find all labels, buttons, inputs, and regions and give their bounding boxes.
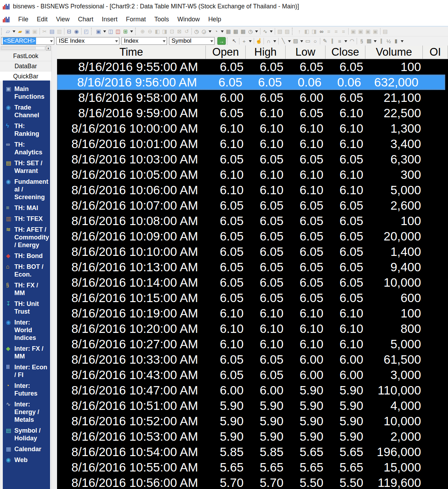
menu-item[interactable]: View (52, 14, 74, 24)
find-icon[interactable]: ∞ (318, 28, 325, 35)
trendline-caret[interactable] (287, 37, 292, 45)
quote-list-2-icon[interactable]: ≡ (332, 28, 340, 35)
copy-icon[interactable]: ▤ (48, 28, 56, 35)
monitor-key-icon[interactable]: ▣ (372, 28, 379, 35)
table-row[interactable]: 8/16/2016 10:07:00 AM 6.05 6.05 6.05 6.0… (57, 198, 448, 213)
data-check-icon[interactable]: ⊠ (176, 28, 183, 35)
history-clock-icon[interactable]: ◶ (200, 28, 208, 35)
table-row[interactable]: 8/16/2016 10:56:00 AM 5.70 5.70 5.50 5.5… (57, 475, 448, 489)
regression-caret[interactable] (343, 37, 348, 45)
save-report-icon[interactable]: ▣ (31, 28, 38, 35)
table-row[interactable]: 8/16/2016 10:33:00 AM 6.05 6.05 6.00 6.0… (57, 352, 448, 367)
sidebar-item-main-functions[interactable]: ▣ Main Functions (6, 85, 50, 100)
category-combo[interactable]: Index (121, 37, 167, 45)
table-row[interactable]: 8/16/2016 10:05:00 AM 6.10 6.10 6.10 6.1… (57, 167, 448, 182)
data-next-icon[interactable]: ◨ (161, 28, 168, 35)
table-row[interactable]: 8/16/2016 9:55:00 AM 6.05 6.05 6.05 6.05… (57, 59, 448, 75)
table-row[interactable]: 8/16/2016 10:09:00 AM 6.05 6.05 6.05 6.0… (57, 229, 448, 244)
tab-quickbar[interactable]: QuickBar (0, 71, 51, 81)
page-up-icon[interactable]: ↑ (296, 28, 303, 35)
table-row[interactable]: 8/16/2016 10:20:00 AM 6.10 6.10 6.10 6.1… (57, 321, 448, 336)
chart-note-icon[interactable]: ▧ (276, 28, 284, 35)
column-header-high[interactable]: High (246, 46, 286, 59)
menu-item[interactable]: Edit (33, 14, 52, 24)
table-row[interactable]: 8/16/2016 10:10:00 AM 6.05 6.05 6.05 6.0… (57, 244, 448, 259)
open-folder-icon[interactable]: ▰ (16, 28, 24, 35)
line-style-caret[interactable] (269, 28, 274, 35)
table-row[interactable]: 8/16/2016 10:01:00 AM 6.10 6.10 6.10 6.1… (57, 136, 448, 152)
sidebar-item-th-unit-trust[interactable]: ↧ TH: Unit Trust (6, 300, 50, 315)
grid-weekly-icon[interactable]: ▦ (232, 28, 239, 35)
table-row[interactable]: 8/16/2016 9:56:00 AM 6.05 6.05 0.06 0.06… (57, 75, 445, 90)
chevron-down-icon[interactable] (50, 40, 53, 44)
search-combo[interactable]: <SEARCH> (1, 37, 54, 45)
line-style-icon[interactable]: ∿ (261, 28, 269, 35)
new-window-icon[interactable]: ◰ (83, 28, 90, 35)
save-page-icon[interactable]: ◫ (107, 28, 114, 35)
paste-icon[interactable]: ▥ (56, 28, 63, 35)
page-next-icon[interactable]: ◨ (310, 28, 318, 35)
export-table-icon[interactable]: ⊞ (122, 28, 129, 35)
grid-pattern-caret[interactable] (373, 37, 378, 45)
fibonacci-tool-icon[interactable]: § (358, 37, 365, 45)
table-row[interactable]: 8/16/2016 10:14:00 AM 6.05 6.05 6.05 6.0… (57, 275, 448, 290)
speed-lines-tool-icon[interactable]: ∥ (378, 37, 385, 45)
sidebar-item-th-mai[interactable]: ≡ TH: MAI (6, 204, 50, 212)
sidebar-item-th-afet-commodity-energy[interactable]: ≋ TH: AFET / Commodity / Energy (6, 226, 50, 249)
table-row[interactable]: 8/16/2016 10:47:00 AM 6.00 6.00 5.90 5.9… (57, 383, 448, 398)
magnet-tool-icon[interactable]: ∩ (265, 37, 272, 45)
sidebar-item-inter-energy-metals[interactable]: ∿ Inter: Energy / Metals (6, 400, 50, 424)
column-header-close[interactable]: Close (326, 46, 365, 59)
candle-page-tool-icon[interactable]: ▮ (392, 37, 400, 45)
menu-item[interactable]: Format (122, 14, 150, 24)
sidebar-item-th-bot-econ[interactable]: ⌂ TH: BOT / Econ. (6, 263, 50, 278)
period-caret[interactable] (254, 28, 259, 35)
rectangle-tool-icon[interactable]: ▭ (304, 37, 312, 45)
menu-item[interactable]: Help (204, 14, 225, 24)
new-document-icon[interactable]: ▱ (4, 28, 12, 35)
menu-item[interactable]: Insert (98, 14, 122, 24)
table-row[interactable]: 8/16/2016 10:08:00 AM 6.05 6.05 6.05 6.0… (57, 213, 448, 229)
trendline-tool-icon[interactable]: ╲ (280, 37, 287, 45)
news-deck-icon[interactable]: ▤ (382, 28, 389, 35)
close-page-icon[interactable]: ◫ (114, 28, 122, 35)
column-header-open[interactable]: Open (206, 46, 246, 59)
open-page-caret[interactable] (102, 28, 107, 35)
table-row[interactable]: 8/16/2016 10:19:00 AM 6.10 6.10 6.10 6.1… (57, 306, 448, 321)
tools-caret[interactable] (400, 37, 405, 45)
table-row[interactable]: 8/16/2016 9:59:00 AM 6.05 6.10 6.05 6.10… (57, 105, 448, 121)
quote-list-icon[interactable]: ≡ (325, 28, 332, 35)
crosshair-tool-icon[interactable]: + (240, 37, 248, 45)
table-row[interactable]: 8/16/2016 10:51:00 AM 5.90 5.90 5.90 5.9… (57, 398, 448, 413)
zoom-out-icon[interactable]: ⊖ (146, 28, 154, 35)
pattern-tool-icon[interactable]: ▨ (292, 37, 299, 45)
open-page-icon[interactable]: ▣ (95, 28, 102, 35)
sidebar-item-th-analytics[interactable]: ∞ TH: Analytics (6, 141, 50, 156)
table-row[interactable]: 8/16/2016 10:13:00 AM 6.05 6.05 6.05 6.0… (57, 259, 448, 275)
table-row[interactable]: 8/16/2016 10:00:00 AM 6.10 6.10 6.10 6.1… (57, 121, 448, 136)
sidebar-item-th-ranking[interactable]: ϟ TH: Ranking (6, 122, 50, 138)
grid-daily-icon[interactable]: ▦ (225, 28, 232, 35)
tab-fastlook[interactable]: FastLook (0, 51, 51, 61)
sidebar-item-calendar[interactable]: ▦ Calendar (6, 445, 50, 453)
column-header-time[interactable]: Time (57, 46, 206, 59)
sidebar-item-fundamental-screening[interactable]: ◉ Fundamental / Screening (6, 178, 50, 201)
pie-period-caret[interactable] (220, 28, 225, 35)
print-icon[interactable]: ⊟ (65, 28, 73, 35)
table-row[interactable]: 8/16/2016 10:03:00 AM 6.05 6.05 6.05 6.0… (57, 152, 448, 167)
magnet-caret[interactable] (272, 37, 277, 45)
chevron-down-icon[interactable] (210, 40, 213, 44)
print-preview-icon[interactable]: ◉ (73, 28, 80, 35)
menu-item[interactable]: Tools (150, 14, 173, 24)
grid-pattern-tool-icon[interactable]: ▩ (365, 37, 373, 45)
clock-caret[interactable] (208, 28, 212, 35)
exchange-combo[interactable]: ISE Index (56, 37, 119, 45)
pie-period-icon[interactable]: ◔ (212, 28, 220, 35)
table-row[interactable]: 8/16/2016 10:53:00 AM 5.90 5.90 5.90 5.9… (57, 429, 448, 444)
column-header-volume[interactable]: Volume (365, 46, 423, 59)
go-button[interactable]: → (217, 37, 226, 45)
hand-tool-icon[interactable]: ☝ (255, 37, 262, 45)
table-row[interactable]: 8/16/2016 10:27:00 AM 6.10 6.10 6.10 6.1… (57, 336, 448, 352)
sidebar-item-th-fx-mm[interactable]: § TH: FX / MM (6, 281, 50, 297)
page-prev-icon[interactable]: ◧ (303, 28, 310, 35)
